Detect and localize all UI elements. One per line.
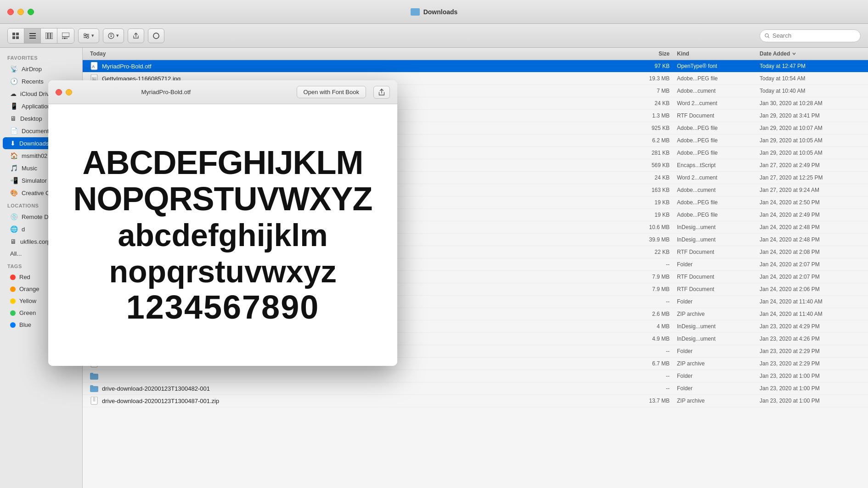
file-date: Jan 23, 2020 at 2:29 PM: [760, 360, 861, 367]
file-date: Jan 24, 2020 at 11:40 AM: [760, 311, 861, 317]
blue-tag-icon: [10, 322, 16, 328]
file-kind: ZIP archive: [677, 360, 760, 367]
preview-lowercase-1: abcdefghijklm: [118, 217, 327, 253]
svg-rect-1: [16, 33, 19, 35]
sidebar-item-label: Recents: [22, 78, 44, 85]
preview-lowercase-2: nopqrstuvwxyz: [109, 253, 337, 289]
file-size: 4.9 MB: [631, 336, 677, 342]
svg-rect-5: [29, 35, 36, 36]
sidebar-item-label: Downloads: [19, 140, 49, 147]
dialog-titlebar: MyriadPro-Bold.otf Open with Font Book: [48, 80, 397, 104]
simulator-icon: 📲: [10, 177, 18, 184]
svg-rect-12: [62, 38, 63, 39]
sidebar-item-label: Documents: [22, 128, 52, 135]
maximize-button[interactable]: [28, 9, 34, 15]
preview-numbers: 1234567890: [126, 289, 319, 325]
header-size[interactable]: Size: [631, 50, 677, 57]
file-kind: Adobe...cument: [677, 88, 760, 94]
file-size: 24 KB: [631, 174, 677, 181]
table-row[interactable]: drive-download-20200123T1300487-001.zip …: [83, 395, 868, 407]
file-kind: InDesig...ument: [677, 336, 760, 342]
network-icon: 🌐: [10, 225, 18, 233]
file-kind: Folder: [677, 373, 760, 379]
svg-rect-6: [29, 38, 36, 39]
file-size: 281 KB: [631, 150, 677, 156]
preview-uppercase-1: ABCDEFGHIJKLM: [83, 145, 363, 181]
file-date: Jan 29, 2020 at 10:05 AM: [760, 150, 861, 156]
file-size: 19.3 MB: [631, 75, 677, 82]
file-kind: ZIP archive: [677, 311, 760, 317]
file-size: --: [631, 298, 677, 305]
file-kind: Encaps...tScript: [677, 162, 760, 168]
gallery-view-button[interactable]: [57, 28, 74, 43]
toolbar: ▾ ▾: [0, 24, 868, 48]
server-icon: 🖥: [10, 238, 17, 245]
file-size: --: [631, 373, 677, 379]
svg-line-25: [768, 36, 769, 38]
sidebar-item-airdrop[interactable]: 📡 AirDrop: [3, 63, 79, 75]
file-date: Jan 27, 2020 at 12:25 PM: [760, 174, 861, 181]
header-kind[interactable]: Kind: [677, 50, 760, 57]
search-box[interactable]: [760, 29, 861, 42]
file-name-label: MyriadPro-Bold.otf: [102, 63, 152, 70]
search-input[interactable]: [772, 32, 856, 39]
file-size: --: [631, 261, 677, 268]
view-options-button[interactable]: ▾: [78, 28, 99, 43]
file-name-label: drive-download-20200123T1300482-001: [102, 385, 210, 392]
svg-point-19: [87, 36, 89, 38]
svg-rect-3: [16, 36, 19, 39]
svg-rect-7: [45, 33, 47, 39]
green-tag-icon: [10, 310, 16, 316]
file-kind: RTF Document: [677, 286, 760, 292]
svg-rect-8: [48, 33, 50, 39]
file-kind: Adobe...cument: [677, 187, 760, 193]
header-date-added[interactable]: Date Added: [760, 50, 861, 57]
file-date: Today at 10:54 AM: [760, 75, 861, 82]
file-name-label: drive-download-20200123T1300487-001.zip: [102, 398, 219, 404]
file-size: 569 KB: [631, 162, 677, 168]
svg-rect-9: [51, 33, 53, 39]
svg-rect-10: [62, 33, 69, 37]
creative-cloud-icon: 🎨: [10, 189, 18, 196]
file-kind: Word 2...cument: [677, 100, 760, 107]
column-view-button[interactable]: [41, 28, 57, 43]
documents-icon: 📄: [10, 127, 18, 135]
list-view-button[interactable]: [24, 28, 41, 43]
svg-point-30: [93, 78, 94, 79]
recents-icon: 🕐: [10, 78, 18, 85]
tag-button[interactable]: [148, 28, 164, 43]
red-tag-icon: [10, 275, 16, 280]
file-date: Jan 23, 2020 at 1:00 PM: [760, 385, 861, 392]
close-button[interactable]: [7, 9, 14, 15]
file-date: Jan 29, 2020 at 3:41 PM: [760, 112, 861, 119]
sidebar-item-label: AirDrop: [22, 66, 42, 73]
music-icon: 🎵: [10, 164, 18, 172]
file-kind: RTF Document: [677, 249, 760, 255]
file-kind: Adobe...PEG file: [677, 199, 760, 206]
minimize-button[interactable]: [17, 9, 24, 15]
folder-icon: [90, 372, 98, 380]
action-button[interactable]: ▾: [103, 28, 124, 43]
svg-rect-4: [29, 33, 36, 34]
file-size: 163 KB: [631, 187, 677, 193]
dialog-share-button[interactable]: [373, 86, 390, 99]
file-size: 2.6 MB: [631, 311, 677, 317]
table-row[interactable]: -- Folder Jan 23, 2020 at 1:00 PM: [83, 370, 868, 382]
file-list-header: Today Size Kind Date Added: [83, 48, 868, 60]
tag-label: Orange: [19, 286, 39, 292]
sidebar-item-label: Music: [22, 165, 37, 172]
file-kind: Folder: [677, 298, 760, 305]
grid-view-button[interactable]: [8, 28, 24, 43]
table-row[interactable]: A MyriadPro-Bold.otf 97 KB OpenType® fon…: [83, 60, 868, 73]
file-date: Jan 23, 2020 at 4:26 PM: [760, 336, 861, 342]
svg-rect-0: [12, 33, 15, 35]
file-date: Jan 24, 2020 at 2:08 PM: [760, 249, 861, 255]
share-button[interactable]: [128, 28, 144, 43]
file-kind: InDesig...ument: [677, 236, 760, 243]
desktop-icon: 🖥: [10, 115, 17, 122]
file-size: 10.6 MB: [631, 224, 677, 230]
svg-rect-80: [93, 397, 95, 401]
table-row[interactable]: drive-download-20200123T1300482-001 -- F…: [83, 382, 868, 395]
open-with-font-book-button[interactable]: Open with Font Book: [297, 86, 366, 98]
view-buttons: [7, 28, 74, 44]
